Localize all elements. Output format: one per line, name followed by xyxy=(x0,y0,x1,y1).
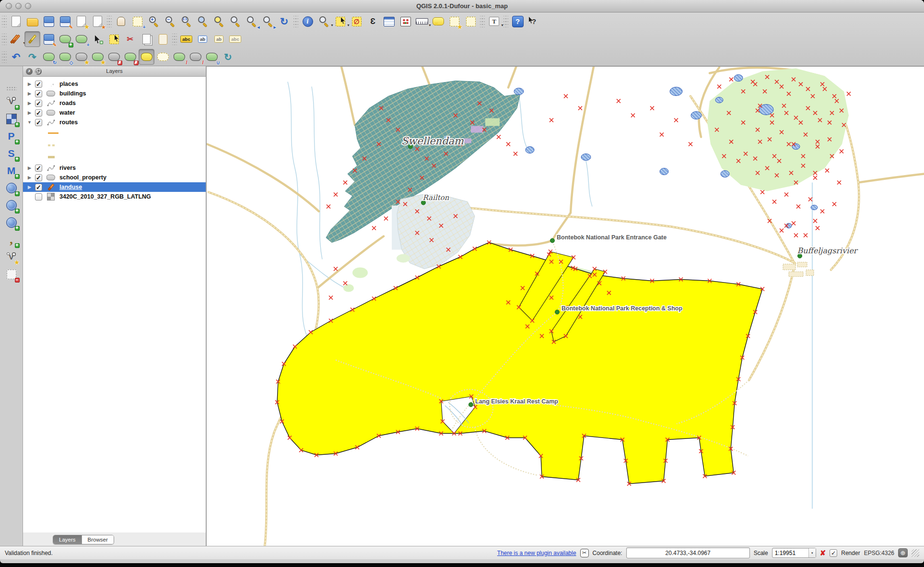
whats-this-button[interactable]: ? xyxy=(526,13,542,29)
toolbar-grip[interactable] xyxy=(2,34,7,45)
reshape-features-button[interactable] xyxy=(139,49,154,65)
coordinate-input[interactable] xyxy=(626,547,750,558)
close-window-button[interactable] xyxy=(6,3,12,9)
layer-visibility-checkbox[interactable]: ✓ xyxy=(35,184,42,191)
panel-float-button[interactable] xyxy=(35,68,42,75)
add-postgis-layer-button[interactable]: P+ xyxy=(3,128,19,144)
layer-expand-icon[interactable]: ▶ xyxy=(27,110,32,115)
layer-item-buildings[interactable]: ▶✓buildings xyxy=(23,89,206,98)
open-project-button[interactable] xyxy=(24,13,40,29)
delete-part-button[interactable]: ✗ xyxy=(122,49,138,65)
show-bookmarks-button[interactable] xyxy=(463,13,479,29)
layer-expand-icon[interactable]: ▶ xyxy=(27,175,32,180)
zoom-in-button[interactable]: + xyxy=(146,13,162,29)
layer-visibility-checkbox[interactable]: ✓ xyxy=(35,174,42,181)
merge-features-button[interactable]: ∪ xyxy=(204,49,220,65)
layer-item-rivers[interactable]: ▶✓rivers xyxy=(23,163,206,173)
layer-style-item[interactable] xyxy=(23,151,206,163)
add-raster-layer-button[interactable]: + xyxy=(3,111,19,127)
add-mssql-layer-button[interactable]: M+ xyxy=(3,163,19,178)
simplify-feature-button[interactable]: ◇ xyxy=(57,49,73,65)
select-features-button[interactable]: ▾ xyxy=(332,13,348,29)
zoom-native-resolution-button[interactable]: 1:1 xyxy=(178,13,194,29)
tab-browser[interactable]: Browser xyxy=(82,535,114,544)
layer-expand-icon[interactable]: ▶ xyxy=(27,185,32,189)
zoom-full-button[interactable] xyxy=(195,13,211,29)
layer-item-3420C_2010_327_RGB_LATLNG[interactable]: 3420C_2010_327_RGB_LATLNG xyxy=(23,192,206,201)
layer-style-item[interactable] xyxy=(23,139,206,151)
paste-features-button[interactable] xyxy=(155,31,171,47)
new-shapefile-layer-button[interactable]: V★ xyxy=(3,249,19,265)
add-ring-button[interactable]: ★ xyxy=(73,49,89,65)
layer-expand-icon[interactable]: ▶ xyxy=(27,101,32,106)
add-spatialite-layer-button[interactable]: S+ xyxy=(3,145,19,161)
render-checkbox[interactable]: ✓ xyxy=(830,549,837,557)
add-wms-layer-button[interactable]: + xyxy=(3,197,19,213)
toolbar-grip[interactable] xyxy=(6,86,17,90)
layer-expand-icon[interactable]: ▶ xyxy=(27,165,32,170)
panel-close-button[interactable]: ✗ xyxy=(26,68,33,75)
plugin-icon[interactable]: ✂ xyxy=(580,549,589,557)
stop-rendering-icon[interactable]: ✘ xyxy=(820,549,826,557)
layer-item-water[interactable]: ▶✓water xyxy=(23,108,206,118)
layer-visibility-checkbox[interactable]: ✓ xyxy=(35,109,42,117)
save-project-as-button[interactable]: ✎ xyxy=(57,13,73,29)
help-contents-button[interactable]: ? xyxy=(510,13,526,29)
toolbar-grip[interactable] xyxy=(2,16,7,27)
crs-status-icon[interactable]: ⊕ xyxy=(898,548,908,557)
add-vector-layer-button[interactable]: V+ xyxy=(3,94,19,109)
layer-visibility-checkbox[interactable] xyxy=(35,193,42,201)
save-project-button[interactable] xyxy=(41,13,57,29)
add-wfs-layer-button[interactable]: + xyxy=(3,214,19,230)
map-tips-button[interactable] xyxy=(430,13,446,29)
layer-expand-icon[interactable]: ▼ xyxy=(27,120,32,125)
scale-dropdown-icon[interactable]: ▾ xyxy=(808,548,816,557)
delete-ring-button[interactable]: ✗ xyxy=(106,49,122,65)
zoom-window-button[interactable] xyxy=(25,3,31,9)
new-project-button[interactable] xyxy=(8,13,24,29)
deselect-features-button[interactable]: ∅ xyxy=(349,13,364,29)
resize-grip[interactable] xyxy=(912,549,919,557)
layer-visibility-checkbox[interactable]: ✓ xyxy=(35,100,42,107)
pan-map-button[interactable] xyxy=(113,13,129,29)
rotate-feature-button[interactable]: ↻ xyxy=(41,49,57,65)
split-features-button[interactable]: / xyxy=(171,49,187,65)
zoom-to-selection-button[interactable] xyxy=(211,13,227,29)
identify-features-button[interactable]: i xyxy=(300,13,316,29)
add-feature-button[interactable]: + xyxy=(57,31,73,47)
cut-features-button[interactable]: ✂ xyxy=(122,31,138,47)
layer-item-school_property[interactable]: ▶✓school_property xyxy=(23,173,206,182)
offset-curve-button[interactable] xyxy=(155,49,171,65)
split-parts-button[interactable]: / xyxy=(187,49,203,65)
layer-visibility-checkbox[interactable]: ✓ xyxy=(35,81,42,88)
open-attribute-table-button[interactable] xyxy=(381,13,397,29)
move-feature-button[interactable]: + xyxy=(73,31,89,47)
text-annotation-button[interactable]: T▾ xyxy=(486,13,502,29)
zoom-to-layer-button[interactable] xyxy=(227,13,243,29)
delete-selected-button[interactable] xyxy=(106,31,122,47)
add-oracle-layer-button[interactable]: + xyxy=(3,180,19,196)
layer-item-routes[interactable]: ▼✓routes xyxy=(23,118,206,127)
layer-item-landuse[interactable]: ▶✓landuse xyxy=(23,182,206,192)
save-layer-edits-button[interactable]: ✎ xyxy=(41,31,57,47)
scale-input[interactable] xyxy=(772,549,808,557)
layer-style-item[interactable] xyxy=(23,127,206,139)
scale-combo[interactable]: ▾ xyxy=(772,548,816,558)
layer-expand-icon[interactable]: ▶ xyxy=(27,82,32,86)
field-calculator-button[interactable] xyxy=(398,13,413,29)
node-tool-button[interactable] xyxy=(90,31,105,47)
advanced-search-button[interactable]: ▾ xyxy=(316,13,332,29)
composer-manager-button[interactable]: ★ xyxy=(90,13,105,29)
move-label-button[interactable]: abc xyxy=(227,31,243,47)
add-part-button[interactable]: ★ xyxy=(90,49,105,65)
layer-item-places[interactable]: ▶✓places xyxy=(23,79,206,89)
pin-labels-button[interactable]: ab xyxy=(195,31,211,47)
copy-features-button[interactable] xyxy=(139,31,154,47)
add-delimited-text-layer-button[interactable]: ,+ xyxy=(3,232,19,248)
new-bookmark-button[interactable]: ★ xyxy=(446,13,462,29)
current-edits-button[interactable]: ▾ xyxy=(8,31,24,47)
undo-button[interactable]: ↶ xyxy=(8,49,24,65)
toolbar-grip[interactable] xyxy=(2,51,7,63)
rotate-point-symbols-button[interactable]: ↻ xyxy=(220,49,236,65)
remove-layer-button[interactable]: − xyxy=(3,266,19,282)
